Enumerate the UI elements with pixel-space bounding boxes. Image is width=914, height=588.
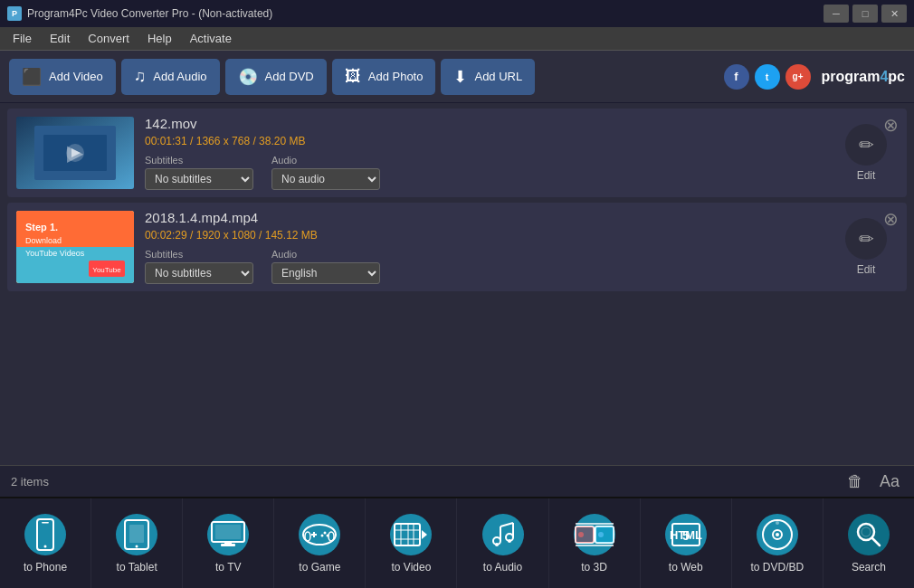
add-url-button[interactable]: ⬇ Add URL bbox=[441, 59, 535, 95]
svg-point-27 bbox=[324, 531, 327, 534]
conv-3d-label: to 3D bbox=[581, 561, 607, 574]
delete-all-button[interactable]: 🗑 bbox=[843, 470, 867, 493]
audio-icon bbox=[482, 514, 524, 555]
menu-help[interactable]: Help bbox=[138, 28, 181, 49]
svg-point-29 bbox=[321, 534, 324, 536]
svg-marker-38 bbox=[422, 530, 427, 539]
thumbnail-image-2: Step 1. Download YouTube Videos YouTube bbox=[16, 211, 134, 283]
menubar: File Edit Convert Help Activate bbox=[0, 27, 914, 51]
menu-file[interactable]: File bbox=[4, 28, 41, 49]
svg-point-60 bbox=[776, 521, 779, 525]
conv-to-audio[interactable]: to Audio bbox=[457, 498, 548, 588]
svg-point-31 bbox=[328, 532, 334, 541]
add-photo-button[interactable]: 🖼 Add Photo bbox=[332, 59, 436, 95]
social-links: f t g+ program4pc bbox=[724, 64, 905, 90]
conv-to-web[interactable]: 5 HTML to Web bbox=[641, 498, 732, 588]
audio-group-2: Audio English No audio bbox=[271, 249, 380, 284]
conv-audio-label: to Audio bbox=[483, 561, 522, 574]
conv-to-dvdbd[interactable]: to DVD/BD bbox=[732, 498, 824, 588]
svg-rect-21 bbox=[221, 544, 235, 546]
svg-point-44 bbox=[495, 543, 499, 546]
menu-convert[interactable]: Convert bbox=[79, 28, 138, 49]
minimize-button[interactable]: ─ bbox=[824, 5, 849, 23]
conversion-bar: to Phone to Tablet to TV bbox=[0, 498, 914, 588]
file-list: 142.mov 00:01:31 / 1366 x 768 / 38.20 MB… bbox=[0, 103, 914, 465]
window-controls: ─ □ ✕ bbox=[824, 5, 907, 23]
svg-rect-32 bbox=[395, 524, 420, 545]
twitter-button[interactable]: t bbox=[755, 64, 780, 90]
add-video-button[interactable]: ⬛ Add Video bbox=[9, 59, 116, 95]
statusbar: 2 items 🗑 Aa bbox=[0, 465, 914, 498]
dvdbd-icon bbox=[757, 514, 798, 555]
svg-point-51 bbox=[598, 532, 604, 537]
add-audio-label: Add Audio bbox=[153, 70, 206, 83]
file-item-1: 142.mov 00:01:31 / 1366 x 768 / 38.20 MB… bbox=[7, 109, 907, 197]
conv-web-label: to Web bbox=[669, 561, 703, 574]
tablet-icon bbox=[116, 514, 157, 555]
conv-phone-label: to Phone bbox=[24, 561, 67, 574]
remove-button-1[interactable]: ⊗ bbox=[880, 114, 901, 136]
subtitles-select-2[interactable]: No subtitles bbox=[145, 262, 253, 284]
titlebar: P Program4Pc Video Converter Pro - (Non-… bbox=[0, 0, 914, 27]
svg-marker-5 bbox=[71, 148, 81, 157]
file-item-2: Step 1. Download YouTube Videos YouTube … bbox=[7, 203, 907, 291]
svg-text:YouTube: YouTube bbox=[92, 266, 121, 274]
conv-to-game[interactable]: to Game bbox=[274, 498, 366, 588]
add-photo-label: Add Photo bbox=[368, 70, 424, 83]
file-controls-2: Subtitles No subtitles Audio English No … bbox=[145, 249, 824, 284]
svg-text:Download: Download bbox=[25, 236, 62, 245]
add-url-icon: ⬇ bbox=[453, 67, 467, 87]
svg-point-59 bbox=[776, 533, 779, 536]
conv-to-video[interactable]: to Video bbox=[366, 498, 457, 588]
restore-button[interactable]: □ bbox=[852, 5, 878, 23]
conv-tv-label: to TV bbox=[215, 561, 241, 574]
conv-to-tv[interactable]: to TV bbox=[183, 498, 274, 588]
file-meta-2: 00:02:29 / 1920 x 1080 / 145.12 MB bbox=[145, 229, 824, 242]
conv-game-label: to Game bbox=[299, 561, 340, 574]
svg-text:YouTube Videos: YouTube Videos bbox=[25, 249, 85, 258]
file-meta-1: 00:01:31 / 1366 x 768 / 38.20 MB bbox=[145, 135, 824, 147]
conv-to-tablet[interactable]: to Tablet bbox=[91, 498, 183, 588]
add-dvd-label: Add DVD bbox=[265, 70, 314, 83]
add-url-label: Add URL bbox=[474, 70, 522, 83]
game-icon bbox=[299, 514, 340, 555]
phone-icon bbox=[24, 514, 66, 555]
thumbnail-image-1 bbox=[16, 117, 134, 189]
conv-to-3d[interactable]: to 3D bbox=[549, 498, 641, 588]
svg-rect-23 bbox=[215, 525, 241, 539]
file-name-2: 2018.1.4.mp4.mp4 bbox=[145, 210, 824, 225]
audio-label-2: Audio bbox=[271, 249, 380, 260]
menu-edit[interactable]: Edit bbox=[41, 28, 79, 49]
svg-point-16 bbox=[44, 545, 47, 547]
close-button[interactable]: ✕ bbox=[881, 5, 907, 23]
svg-point-4 bbox=[66, 144, 84, 162]
svg-line-62 bbox=[872, 538, 880, 545]
add-audio-button[interactable]: ♫ Add Audio bbox=[121, 59, 220, 95]
audio-select-2[interactable]: English No audio bbox=[271, 262, 380, 284]
svg-rect-19 bbox=[129, 525, 144, 543]
add-video-label: Add Video bbox=[49, 70, 103, 83]
audio-select-1[interactable]: No audio bbox=[271, 168, 380, 190]
conv-video-label: to Video bbox=[392, 561, 432, 574]
conv-search[interactable]: Search bbox=[824, 498, 914, 588]
svg-rect-3 bbox=[43, 135, 107, 171]
subtitles-select-1[interactable]: No subtitles bbox=[145, 168, 253, 190]
svg-point-18 bbox=[136, 545, 138, 547]
font-settings-button[interactable]: Aa bbox=[876, 470, 903, 493]
menu-activate[interactable]: Activate bbox=[181, 28, 241, 49]
subtitles-group-2: Subtitles No subtitles bbox=[145, 249, 253, 284]
file-info-1: 142.mov 00:01:31 / 1366 x 768 / 38.20 MB… bbox=[145, 116, 824, 190]
conv-to-phone[interactable]: to Phone bbox=[0, 498, 91, 588]
add-dvd-button[interactable]: 💿 Add DVD bbox=[225, 59, 327, 95]
facebook-button[interactable]: f bbox=[724, 64, 749, 90]
svg-text:HTML: HTML bbox=[670, 528, 702, 542]
app-icon: P bbox=[7, 6, 22, 21]
edit-label-2: Edit bbox=[857, 263, 876, 276]
google-plus-button[interactable]: g+ bbox=[785, 64, 811, 90]
audio-label-1: Audio bbox=[271, 155, 380, 166]
file-thumbnail-2: Step 1. Download YouTube Videos YouTube bbox=[16, 211, 134, 283]
statusbar-actions: 🗑 Aa bbox=[843, 470, 903, 493]
remove-button-2[interactable]: ⊗ bbox=[880, 208, 901, 230]
svg-rect-22 bbox=[224, 542, 232, 544]
svg-rect-15 bbox=[42, 522, 49, 524]
